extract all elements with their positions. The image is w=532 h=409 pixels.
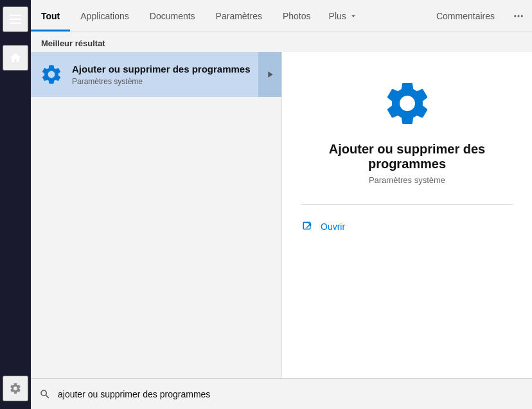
tab-photos[interactable]: Photos (272, 0, 321, 31)
results-split: Ajouter ou supprimer des programmes Para… (31, 52, 532, 378)
detail-open-label: Ouvrir (321, 222, 345, 232)
search-bar (31, 378, 532, 409)
menu-button[interactable] (3, 6, 28, 32)
best-result-label: Meilleur résultat (31, 32, 532, 52)
result-item-subtitle: Paramètres système (72, 77, 274, 86)
search-icon (39, 388, 51, 401)
svg-point-2 (521, 15, 523, 17)
detail-open-action[interactable]: Ouvrir (301, 218, 513, 236)
tab-tout[interactable]: Tout (31, 0, 70, 31)
svg-point-1 (518, 15, 520, 17)
result-item-title: Ajouter ou supprimer des programmes (72, 63, 274, 76)
detail-gear-icon (382, 78, 433, 129)
result-item-arrow (258, 52, 281, 97)
results-panel: Ajouter ou supprimer des programmes Para… (31, 52, 281, 378)
home-button[interactable] (3, 45, 28, 71)
tab-applications[interactable]: Applications (70, 0, 139, 31)
tab-plus[interactable]: Plus (321, 0, 366, 31)
tab-parametres[interactable]: Paramètres (206, 0, 272, 31)
sidebar (0, 0, 31, 409)
tabs-bar: Tout Applications Documents Paramètres P… (31, 0, 532, 32)
more-options-button[interactable] (505, 0, 532, 31)
sidebar-settings-button[interactable] (3, 376, 28, 401)
detail-title: Ajouter ou supprimer des programmes (301, 142, 513, 171)
tab-documents[interactable]: Documents (139, 0, 206, 31)
search-input[interactable] (58, 389, 524, 399)
tab-commentaires[interactable]: Commentaires (426, 0, 505, 31)
content-area: Meilleur résultat Ajouter ou supprimer d… (31, 32, 532, 378)
result-item-text: Ajouter ou supprimer des programmes Para… (72, 63, 274, 86)
detail-divider (301, 204, 513, 205)
result-item[interactable]: Ajouter ou supprimer des programmes Para… (31, 52, 281, 97)
detail-panel: Ajouter ou supprimer des programmes Para… (281, 52, 532, 378)
svg-point-0 (514, 15, 516, 17)
main-area: Tout Applications Documents Paramètres P… (31, 0, 532, 409)
detail-subtitle: Paramètres système (369, 175, 445, 185)
result-item-gear-icon (39, 62, 64, 87)
open-external-icon (301, 220, 314, 233)
